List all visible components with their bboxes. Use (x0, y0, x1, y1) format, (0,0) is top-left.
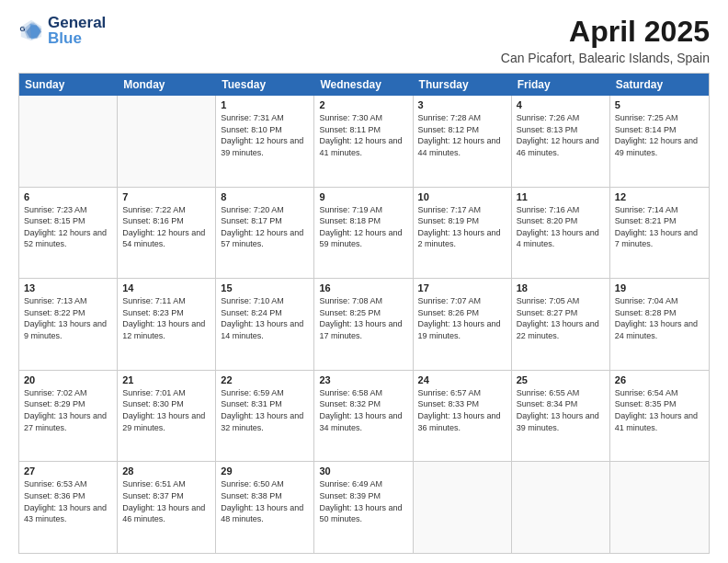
logo-icon: G (18, 17, 44, 43)
day-number: 26 (615, 374, 704, 385)
day-cell-23: 23Sunrise: 6:58 AMSunset: 8:32 PMDayligh… (314, 371, 413, 462)
day-number: 7 (122, 191, 210, 202)
cell-detail: Sunrise: 7:19 AMSunset: 8:18 PMDaylight:… (319, 204, 407, 250)
cell-detail: Sunrise: 7:14 AMSunset: 8:21 PMDaylight:… (615, 204, 704, 250)
cell-detail: Sunrise: 6:51 AMSunset: 8:37 PMDaylight:… (122, 478, 210, 524)
day-number: 1 (221, 99, 309, 110)
day-cell-14: 14Sunrise: 7:11 AMSunset: 8:23 PMDayligh… (118, 279, 216, 370)
header-day-friday: Friday (512, 74, 610, 96)
cell-detail: Sunrise: 7:08 AMSunset: 8:25 PMDaylight:… (319, 295, 407, 341)
day-cell-10: 10Sunrise: 7:17 AMSunset: 8:19 PMDayligh… (414, 188, 512, 279)
cell-detail: Sunrise: 7:22 AMSunset: 8:16 PMDaylight:… (122, 204, 210, 250)
cell-detail: Sunrise: 7:02 AMSunset: 8:29 PMDaylight:… (24, 387, 112, 433)
day-number: 17 (418, 282, 506, 293)
empty-cell (512, 462, 610, 553)
cell-detail: Sunrise: 6:49 AMSunset: 8:39 PMDaylight:… (319, 478, 407, 524)
title-block: April 2025 Can Picafort, Balearic Island… (501, 15, 710, 65)
day-number: 22 (221, 374, 309, 385)
day-cell-7: 7Sunrise: 7:22 AMSunset: 8:16 PMDaylight… (118, 188, 216, 279)
main-title: April 2025 (501, 15, 710, 49)
header-day-saturday: Saturday (610, 74, 709, 96)
subtitle: Can Picafort, Balearic Islands, Spain (501, 51, 710, 65)
cell-detail: Sunrise: 7:23 AMSunset: 8:15 PMDaylight:… (24, 204, 112, 250)
week-row-5: 27Sunrise: 6:53 AMSunset: 8:36 PMDayligh… (19, 462, 709, 553)
cell-detail: Sunrise: 6:57 AMSunset: 8:33 PMDaylight:… (418, 387, 506, 433)
header-day-wednesday: Wednesday (314, 74, 413, 96)
day-cell-4: 4Sunrise: 7:26 AMSunset: 8:13 PMDaylight… (512, 96, 610, 187)
day-number: 9 (319, 191, 407, 202)
day-number: 10 (418, 191, 506, 202)
day-number: 18 (517, 282, 605, 293)
page: G General Blue April 2025 Can Picafort, … (0, 0, 728, 563)
week-row-3: 13Sunrise: 7:13 AMSunset: 8:22 PMDayligh… (19, 279, 709, 371)
day-number: 12 (615, 191, 704, 202)
cell-detail: Sunrise: 7:13 AMSunset: 8:22 PMDaylight:… (24, 295, 112, 341)
cell-detail: Sunrise: 7:17 AMSunset: 8:19 PMDaylight:… (418, 204, 506, 250)
cell-detail: Sunrise: 7:01 AMSunset: 8:30 PMDaylight:… (122, 387, 210, 433)
cell-detail: Sunrise: 7:31 AMSunset: 8:10 PMDaylight:… (221, 112, 309, 158)
empty-cell (610, 462, 709, 553)
cell-detail: Sunrise: 7:20 AMSunset: 8:17 PMDaylight:… (221, 204, 309, 250)
day-cell-17: 17Sunrise: 7:07 AMSunset: 8:26 PMDayligh… (414, 279, 512, 370)
header-day-sunday: Sunday (19, 74, 118, 96)
cell-detail: Sunrise: 7:05 AMSunset: 8:27 PMDaylight:… (517, 295, 605, 341)
calendar: SundayMondayTuesdayWednesdayThursdayFrid… (18, 73, 710, 554)
day-cell-24: 24Sunrise: 6:57 AMSunset: 8:33 PMDayligh… (414, 371, 512, 462)
day-cell-15: 15Sunrise: 7:10 AMSunset: 8:24 PMDayligh… (216, 279, 314, 370)
cell-detail: Sunrise: 7:28 AMSunset: 8:12 PMDaylight:… (418, 112, 506, 158)
cell-detail: Sunrise: 7:30 AMSunset: 8:11 PMDaylight:… (319, 112, 407, 158)
cell-detail: Sunrise: 6:54 AMSunset: 8:35 PMDaylight:… (615, 387, 704, 433)
day-cell-1: 1Sunrise: 7:31 AMSunset: 8:10 PMDaylight… (216, 96, 314, 187)
day-cell-3: 3Sunrise: 7:28 AMSunset: 8:12 PMDaylight… (414, 96, 512, 187)
svg-text:G: G (19, 25, 25, 33)
day-cell-12: 12Sunrise: 7:14 AMSunset: 8:21 PMDayligh… (610, 188, 709, 279)
day-number: 2 (319, 99, 407, 110)
day-number: 21 (122, 374, 210, 385)
day-cell-29: 29Sunrise: 6:50 AMSunset: 8:38 PMDayligh… (216, 462, 314, 553)
calendar-body: 1Sunrise: 7:31 AMSunset: 8:10 PMDaylight… (19, 96, 709, 553)
day-number: 29 (221, 465, 309, 477)
day-cell-26: 26Sunrise: 6:54 AMSunset: 8:35 PMDayligh… (610, 371, 709, 462)
day-cell-25: 25Sunrise: 6:55 AMSunset: 8:34 PMDayligh… (512, 371, 610, 462)
cell-detail: Sunrise: 7:04 AMSunset: 8:28 PMDaylight:… (615, 295, 704, 341)
cell-detail: Sunrise: 6:58 AMSunset: 8:32 PMDaylight:… (319, 387, 407, 433)
day-number: 8 (221, 191, 309, 202)
day-number: 30 (319, 465, 407, 477)
day-cell-27: 27Sunrise: 6:53 AMSunset: 8:36 PMDayligh… (19, 462, 118, 553)
day-number: 20 (24, 374, 112, 385)
week-row-4: 20Sunrise: 7:02 AMSunset: 8:29 PMDayligh… (19, 371, 709, 463)
day-cell-21: 21Sunrise: 7:01 AMSunset: 8:30 PMDayligh… (118, 371, 216, 462)
day-number: 13 (24, 282, 112, 293)
week-row-2: 6Sunrise: 7:23 AMSunset: 8:15 PMDaylight… (19, 188, 709, 280)
logo: G General Blue (18, 15, 106, 46)
day-number: 3 (418, 99, 506, 110)
cell-detail: Sunrise: 7:10 AMSunset: 8:24 PMDaylight:… (221, 295, 309, 341)
day-number: 23 (319, 374, 407, 385)
cell-detail: Sunrise: 7:25 AMSunset: 8:14 PMDaylight:… (615, 112, 704, 158)
day-number: 28 (122, 465, 210, 477)
calendar-header: SundayMondayTuesdayWednesdayThursdayFrid… (19, 74, 709, 96)
day-number: 16 (319, 282, 407, 293)
day-cell-2: 2Sunrise: 7:30 AMSunset: 8:11 PMDaylight… (314, 96, 413, 187)
header-day-thursday: Thursday (414, 74, 512, 96)
day-cell-8: 8Sunrise: 7:20 AMSunset: 8:17 PMDaylight… (216, 188, 314, 279)
cell-detail: Sunrise: 6:50 AMSunset: 8:38 PMDaylight:… (221, 478, 309, 524)
day-cell-9: 9Sunrise: 7:19 AMSunset: 8:18 PMDaylight… (314, 188, 413, 279)
cell-detail: Sunrise: 7:11 AMSunset: 8:23 PMDaylight:… (122, 295, 210, 341)
day-cell-22: 22Sunrise: 6:59 AMSunset: 8:31 PMDayligh… (216, 371, 314, 462)
day-cell-16: 16Sunrise: 7:08 AMSunset: 8:25 PMDayligh… (314, 279, 413, 370)
cell-detail: Sunrise: 6:55 AMSunset: 8:34 PMDaylight:… (517, 387, 605, 433)
day-cell-5: 5Sunrise: 7:25 AMSunset: 8:14 PMDaylight… (610, 96, 709, 187)
day-number: 24 (418, 374, 506, 385)
day-cell-13: 13Sunrise: 7:13 AMSunset: 8:22 PMDayligh… (19, 279, 118, 370)
empty-cell (118, 96, 216, 187)
day-cell-18: 18Sunrise: 7:05 AMSunset: 8:27 PMDayligh… (512, 279, 610, 370)
day-cell-11: 11Sunrise: 7:16 AMSunset: 8:20 PMDayligh… (512, 188, 610, 279)
logo-general-text: General (48, 15, 106, 30)
day-number: 19 (615, 282, 704, 293)
day-cell-30: 30Sunrise: 6:49 AMSunset: 8:39 PMDayligh… (314, 462, 413, 553)
day-number: 6 (24, 191, 112, 202)
day-cell-6: 6Sunrise: 7:23 AMSunset: 8:15 PMDaylight… (19, 188, 118, 279)
day-number: 25 (517, 374, 605, 385)
week-row-1: 1Sunrise: 7:31 AMSunset: 8:10 PMDaylight… (19, 96, 709, 188)
